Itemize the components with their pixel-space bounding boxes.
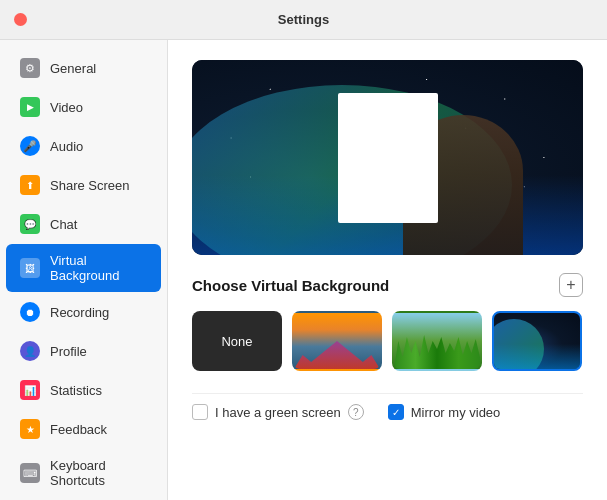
green-screen-option[interactable]: I have a green screen ? [192, 404, 364, 420]
mirror-video-label: Mirror my video [411, 405, 501, 420]
sidebar-item-recording[interactable]: ⏺ Recording [6, 293, 161, 331]
mirror-video-option[interactable]: ✓ Mirror my video [388, 404, 501, 420]
bridge-visual [294, 334, 380, 369]
sidebar-label-feedback: Feedback [50, 422, 107, 437]
choose-title: Choose Virtual Background [192, 277, 389, 294]
sidebar-label-share-screen: Share Screen [50, 178, 130, 193]
statistics-icon: 📊 [20, 380, 40, 400]
recording-icon: ⏺ [20, 302, 40, 322]
title-bar: Settings [0, 0, 607, 40]
green-screen-checkbox[interactable] [192, 404, 208, 420]
person-placeholder [338, 93, 438, 223]
keyboard-shortcuts-icon: ⌨ [20, 463, 40, 483]
profile-icon: 👤 [20, 341, 40, 361]
sidebar-item-virtual-background[interactable]: 🖼 Virtual Background [6, 244, 161, 292]
sidebar-label-statistics: Statistics [50, 383, 102, 398]
sidebar-label-general: General [50, 61, 96, 76]
sidebar-item-statistics[interactable]: 📊 Statistics [6, 371, 161, 409]
close-button[interactable] [14, 13, 27, 26]
sidebar-label-profile: Profile [50, 344, 87, 359]
sidebar-label-chat: Chat [50, 217, 77, 232]
sidebar-item-general[interactable]: ⚙ General [6, 49, 161, 87]
window-title: Settings [278, 12, 329, 27]
background-grass[interactable] [392, 311, 482, 371]
background-bridge[interactable] [292, 311, 382, 371]
virtual-background-preview [192, 60, 583, 255]
sidebar-item-audio[interactable]: 🎤 Audio [6, 127, 161, 165]
sidebar-label-virtual-background: Virtual Background [50, 253, 147, 283]
sidebar-item-video[interactable]: ▶ Video [6, 88, 161, 126]
green-screen-label: I have a green screen [215, 405, 341, 420]
virtual-background-icon: 🖼 [20, 258, 40, 278]
background-none[interactable]: None [192, 311, 282, 371]
feedback-icon: ★ [20, 419, 40, 439]
choose-section-header: Choose Virtual Background + [192, 273, 583, 297]
video-icon: ▶ [20, 97, 40, 117]
mirror-video-checkbox[interactable]: ✓ [388, 404, 404, 420]
bottom-options: I have a green screen ? ✓ Mirror my vide… [192, 393, 583, 420]
sidebar-label-keyboard-shortcuts: Keyboard Shortcuts [50, 458, 147, 488]
share-screen-icon: ⬆ [20, 175, 40, 195]
sidebar-item-feedback[interactable]: ★ Feedback [6, 410, 161, 448]
background-thumbnails: None [192, 311, 583, 371]
sidebar-label-recording: Recording [50, 305, 109, 320]
chat-icon: 💬 [20, 214, 40, 234]
background-none-label: None [221, 334, 252, 349]
main-content: Choose Virtual Background + None [168, 40, 607, 500]
general-icon: ⚙ [20, 58, 40, 78]
sidebar-item-share-screen[interactable]: ⬆ Share Screen [6, 166, 161, 204]
space-glow-visual [494, 344, 580, 369]
sidebar-item-profile[interactable]: 👤 Profile [6, 332, 161, 370]
add-background-button[interactable]: + [559, 273, 583, 297]
grass-visual [394, 329, 480, 369]
sidebar-item-keyboard-shortcuts[interactable]: ⌨ Keyboard Shortcuts [6, 449, 161, 497]
sidebar-label-video: Video [50, 100, 83, 115]
audio-icon: 🎤 [20, 136, 40, 156]
sidebar: ⚙ General ▶ Video 🎤 Audio ⬆ Share Screen [0, 40, 168, 500]
background-space[interactable] [492, 311, 582, 371]
help-icon[interactable]: ? [348, 404, 364, 420]
sidebar-label-audio: Audio [50, 139, 83, 154]
sidebar-item-chat[interactable]: 💬 Chat [6, 205, 161, 243]
